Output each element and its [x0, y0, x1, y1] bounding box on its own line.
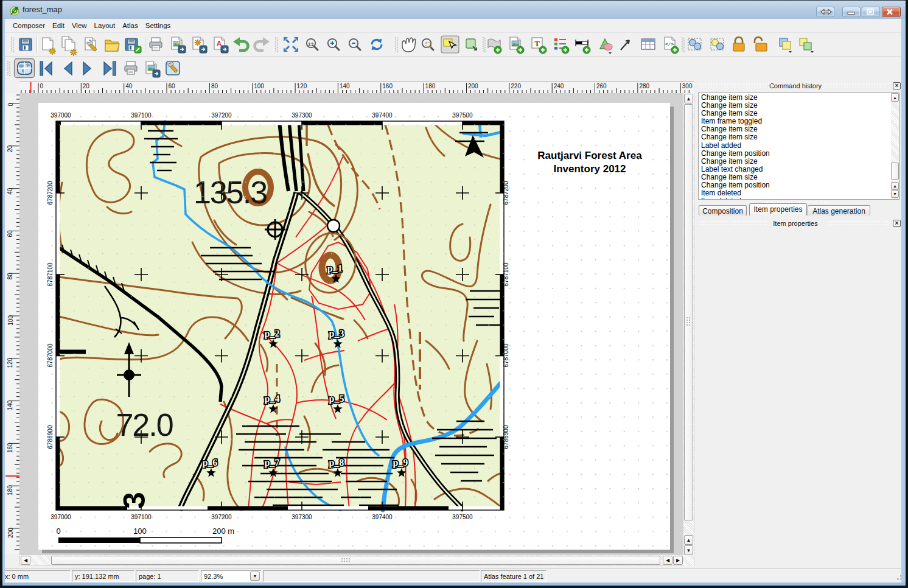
svg-text:0: 0 — [7, 103, 14, 107]
svg-text:180: 180 — [7, 485, 14, 495]
svg-text:40: 40 — [125, 83, 133, 89]
svg-text:240: 240 — [554, 83, 564, 89]
svg-text:397200: 397200 — [211, 112, 232, 119]
svg-text:220: 220 — [511, 83, 521, 89]
svg-text:140: 140 — [340, 83, 350, 89]
svg-text:0: 0 — [56, 527, 60, 536]
svg-text:160: 160 — [7, 443, 14, 453]
svg-text:397000: 397000 — [51, 514, 71, 520]
svg-text:100: 100 — [7, 315, 14, 326]
svg-text:180: 180 — [425, 83, 436, 89]
svg-text:6786900: 6786900 — [47, 425, 54, 449]
svg-text:160: 160 — [382, 83, 393, 89]
svg-text:100: 100 — [254, 83, 264, 89]
svg-text:397100: 397100 — [131, 514, 152, 520]
svg-text:Rautjarvi Forest Area: Rautjarvi Forest Area — [537, 150, 642, 161]
svg-text:200 m: 200 m — [212, 527, 234, 536]
svg-text:40: 40 — [7, 187, 14, 195]
svg-text:397100: 397100 — [131, 112, 152, 119]
svg-text:300: 300 — [682, 83, 693, 89]
svg-text:397000: 397000 — [51, 112, 71, 119]
svg-text:397500: 397500 — [452, 112, 473, 119]
svg-text:60: 60 — [169, 83, 176, 89]
svg-text:397200: 397200 — [211, 514, 232, 520]
svg-text:397500: 397500 — [452, 514, 473, 520]
svg-text:6787100: 6787100 — [47, 262, 54, 286]
svg-text:20: 20 — [7, 145, 14, 152]
svg-text:397300: 397300 — [292, 514, 312, 520]
svg-text:Inventory 2012: Inventory 2012 — [553, 163, 626, 175]
svg-text:20: 20 — [83, 83, 90, 89]
svg-text:397400: 397400 — [372, 514, 393, 520]
svg-text:120: 120 — [297, 83, 307, 89]
svg-text:140: 140 — [7, 400, 14, 410]
svg-text:6787000: 6787000 — [47, 343, 54, 367]
svg-text:397300: 397300 — [292, 112, 312, 119]
svg-text:60: 60 — [7, 230, 14, 237]
svg-text:80: 80 — [7, 273, 14, 280]
svg-text:280: 280 — [639, 83, 649, 89]
svg-text:120: 120 — [7, 357, 14, 368]
svg-text:397400: 397400 — [372, 112, 393, 119]
svg-text:200: 200 — [7, 528, 14, 538]
svg-text:100: 100 — [133, 527, 147, 536]
svg-text:80: 80 — [211, 83, 218, 89]
svg-text:260: 260 — [596, 83, 607, 89]
svg-text:200: 200 — [468, 83, 478, 89]
svg-text:0: 0 — [40, 83, 44, 89]
svg-text:6787200: 6787200 — [47, 181, 54, 205]
